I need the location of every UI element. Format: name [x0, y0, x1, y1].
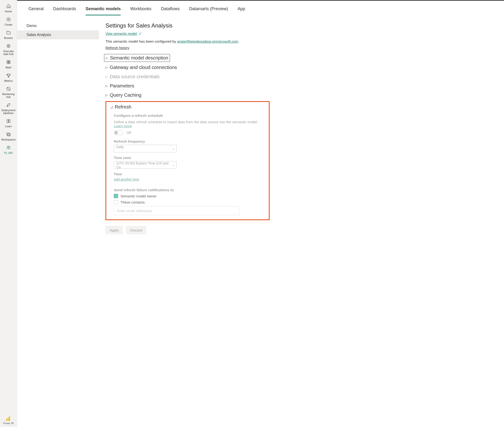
view-link-label: View semantic model — [106, 32, 137, 36]
svg-rect-9 — [7, 134, 10, 136]
accordion-label: Semantic model description — [110, 55, 168, 61]
rail-item-onelake[interactable]: OneLake data hub — [0, 41, 17, 57]
time-zone-label: Time zone — [114, 156, 264, 160]
svg-rect-8 — [7, 133, 9, 135]
svg-point-2 — [8, 46, 9, 47]
accordion-gateway-connections[interactable]: ▷ Gateway and cloud connections — [106, 63, 270, 72]
tab-semantic-models[interactable]: Semantic models — [85, 5, 121, 15]
add-another-time-link[interactable]: Add another time — [114, 177, 139, 181]
rail-item-create[interactable]: Create — [0, 15, 17, 28]
learn-more-link[interactable]: Learn more — [114, 124, 132, 128]
caret-right-icon: ▷ — [106, 75, 108, 78]
accordion-query-caching[interactable]: ▷ Query Caching — [106, 91, 270, 100]
contacts-email-input[interactable] — [114, 206, 240, 215]
svg-rect-3 — [7, 61, 8, 62]
rail-label: Apps — [6, 66, 11, 69]
tab-dashboards[interactable]: Dashboards — [53, 5, 76, 15]
rail-label: PL-300 — [4, 152, 13, 154]
caret-right-icon: ▷ — [106, 84, 108, 88]
svg-point-10 — [7, 146, 8, 147]
notify-label: Send refresh failure notifications to — [114, 188, 264, 192]
rail-label: Browse — [4, 37, 13, 39]
accordion-label: Refresh — [115, 104, 131, 110]
list-item-sales-analysis[interactable]: Sales Analysis — [17, 30, 99, 39]
accordion-label: Gateway and cloud connections — [110, 65, 177, 70]
tab-general[interactable]: General — [28, 5, 44, 15]
rail-item-workspaces[interactable]: Workspaces — [0, 130, 17, 143]
model-list: Demo Sales Analysis — [17, 16, 99, 427]
monitoring-icon — [6, 86, 11, 92]
svg-point-11 — [8, 146, 10, 147]
toggle-state-label: Off — [127, 131, 131, 135]
rail-item-metrics[interactable]: Metrics — [0, 71, 17, 84]
caret-right-icon: ▷ — [106, 66, 108, 69]
caret-right-icon: ▷ — [106, 93, 108, 97]
accordion-label: Data source credentials — [110, 74, 160, 79]
refresh-desc-text: Define a data refresh schedule to import… — [114, 120, 258, 124]
accordion-parameters[interactable]: ▷ Parameters — [106, 81, 270, 91]
refresh-frequency-label: Refresh frequency — [114, 139, 264, 143]
svg-rect-5 — [7, 62, 8, 64]
rail-label: Create — [5, 23, 12, 26]
accordion-refresh[interactable]: ◿ Refresh — [110, 104, 264, 112]
workspaces-icon — [6, 131, 11, 137]
trophy-icon — [6, 73, 11, 78]
apply-button[interactable]: Apply — [106, 226, 123, 234]
external-link-icon — [139, 32, 141, 35]
rail-item-browse[interactable]: Browse — [0, 28, 17, 41]
left-nav-rail: Home Create Browse OneLake data hub Apps… — [0, 0, 17, 427]
tab-dataflows[interactable]: Dataflows — [161, 5, 180, 15]
tab-workbooks[interactable]: Workbooks — [130, 5, 151, 15]
checkbox-model-owner[interactable] — [114, 194, 118, 198]
rail-footer-label: Power BI — [3, 422, 14, 425]
configured-by-email-link[interactable]: angie@beepboopbop.onmicrosoft.com — [177, 39, 238, 43]
rail-item-learn[interactable]: Learn — [0, 116, 17, 130]
rail-label: Home — [5, 10, 12, 13]
caret-down-icon: ◿ — [110, 105, 113, 109]
chevron-down-icon: ⌄ — [172, 147, 174, 150]
time-zone-select[interactable]: (UTC-05:00) Eastern Time (US and Ca ⌄ — [114, 161, 177, 169]
svg-rect-4 — [8, 61, 10, 62]
apps-icon — [6, 59, 11, 65]
select-value: (UTC-05:00) Eastern Time (US and Ca — [116, 161, 168, 169]
refresh-description: Define a data refresh schedule to import… — [114, 120, 264, 128]
rail-item-apps[interactable]: Apps — [0, 57, 17, 71]
rocket-icon — [6, 102, 11, 108]
rail-item-pl300[interactable]: PL-300 — [0, 143, 17, 156]
folder-icon — [6, 30, 11, 36]
checkbox-label-contacts: These contacts: — [120, 200, 146, 204]
caret-right-icon: ▷ — [106, 56, 109, 60]
list-item-demo[interactable]: Demo — [17, 21, 99, 30]
accordion-data-source-credentials[interactable]: ▷ Data source credentials — [106, 72, 270, 81]
rail-item-monitoring[interactable]: Monitoring hub — [0, 84, 17, 100]
rail-label: Workspaces — [1, 138, 16, 141]
main-area: General Dashboards Semantic models Workb… — [17, 0, 504, 427]
powerbi-icon — [6, 416, 11, 421]
page-title: Settings for Sales Analysis — [106, 22, 270, 29]
refresh-frequency-select[interactable]: Daily ⌄ — [114, 145, 177, 152]
select-value: Daily — [116, 145, 124, 149]
data-hub-icon — [6, 43, 11, 49]
book-icon — [6, 118, 11, 124]
settings-tabs: General Dashboards Semantic models Workb… — [17, 1, 504, 16]
chevron-down-icon: ⌄ — [172, 163, 174, 167]
settings-detail: Settings for Sales Analysis View semanti… — [99, 16, 279, 427]
svg-rect-6 — [8, 62, 10, 64]
tab-datamarts[interactable]: Datamarts (Preview) — [189, 5, 228, 15]
rail-label: Learn — [5, 125, 12, 128]
plus-circle-icon — [6, 17, 11, 22]
rail-label: Monitoring hub — [0, 93, 16, 98]
checkbox-these-contacts[interactable] — [114, 200, 118, 204]
accordion-semantic-model-description[interactable]: ▷ Semantic model description — [104, 54, 170, 62]
refresh-section-highlight: ◿ Refresh Configure a refresh schedule D… — [106, 101, 270, 220]
people-icon — [6, 145, 11, 151]
view-semantic-model-link[interactable]: View semantic model — [106, 32, 141, 36]
rail-item-home[interactable]: Home — [0, 1, 17, 15]
refresh-schedule-toggle[interactable] — [114, 130, 123, 135]
rail-footer[interactable]: Power BI — [0, 414, 17, 427]
tab-app[interactable]: App — [238, 5, 245, 15]
refresh-history-link[interactable]: Refresh history — [106, 46, 129, 50]
rail-item-deployment[interactable]: Deployment pipelines — [0, 100, 17, 116]
configured-by-text: This semantic model has been configured … — [106, 39, 270, 43]
discard-button[interactable]: Discard — [126, 226, 147, 234]
